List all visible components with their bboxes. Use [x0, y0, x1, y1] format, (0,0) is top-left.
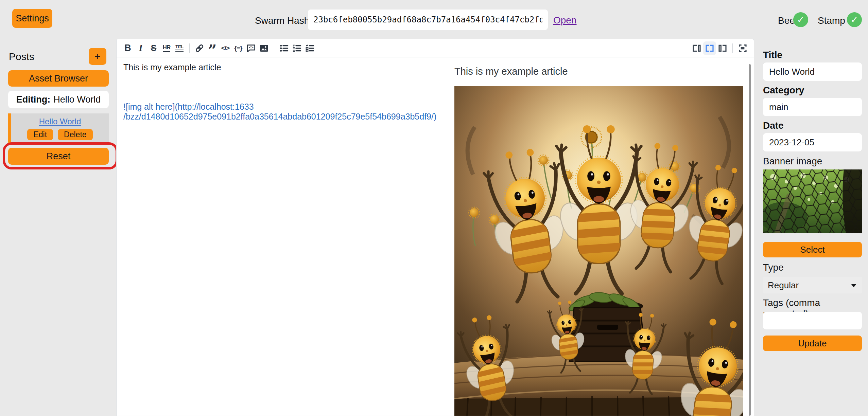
editing-indicator: Editing: Hello World [8, 91, 109, 108]
reset-button[interactable]: Reset [8, 148, 109, 165]
open-link[interactable]: Open [553, 15, 577, 26]
source-line-blank [123, 72, 429, 82]
title-input[interactable] [763, 62, 862, 81]
heading-icon[interactable]: TITL [173, 41, 186, 55]
tags-input[interactable] [763, 312, 862, 329]
posts-heading: Posts [9, 51, 34, 62]
edit-post-button[interactable]: Edit [27, 129, 53, 140]
comment-code-icon[interactable]: <> [245, 41, 258, 55]
type-select[interactable]: Regular [763, 277, 862, 293]
markdown-editor: B I S HR TITL ” </> {=} <> [116, 39, 754, 416]
add-post-button[interactable]: + [89, 48, 106, 65]
post-list-item: Hello World Edit Delete [8, 113, 109, 143]
source-image-markdown-line: /bzz/d1480d10652d975e091b2ffa0a35614abda… [123, 112, 429, 122]
post-title-link[interactable]: Hello World [39, 117, 81, 126]
category-label: Category [763, 85, 804, 96]
app-root: Settings Swarm Hash Open Bee ✓ Stamp ✓ P… [0, 0, 868, 416]
preview-paragraph: This is my example article [454, 66, 754, 77]
editor-toolbar: B I S HR TITL ” </> {=} <> [117, 39, 754, 57]
delete-post-button[interactable]: Delete [58, 129, 92, 140]
banner-image-label: Banner image [763, 156, 822, 167]
settings-button[interactable]: Settings [12, 9, 52, 28]
editor-only-view-icon[interactable] [690, 41, 703, 55]
asset-browser-button[interactable]: Asset Browser [8, 70, 109, 87]
editing-title: Hello World [53, 94, 101, 105]
select-banner-button[interactable]: Select [763, 242, 862, 257]
horizontal-rule-icon[interactable]: HR [160, 41, 173, 55]
type-label: Type [763, 262, 784, 273]
italic-icon[interactable]: I [134, 41, 147, 55]
source-line: This is my example article [123, 62, 429, 72]
svg-text:<>: <> [249, 45, 254, 50]
title-label: Title [763, 50, 782, 60]
source-image-markdown-line: ![img alt here](http://localhost:1633 [123, 102, 429, 112]
editing-prefix: Editing: [16, 94, 50, 105]
inline-code-icon[interactable]: </> [219, 41, 232, 55]
toolbar-separator [189, 43, 190, 53]
markdown-source-editor[interactable]: This is my example article ![img alt her… [117, 58, 436, 416]
strikethrough-icon[interactable]: S [147, 41, 160, 55]
source-line-blank [123, 92, 429, 102]
toolbar-separator [732, 43, 733, 53]
preview-scrollbar[interactable] [749, 64, 751, 416]
date-label: Date [763, 120, 784, 131]
toolbar-separator [274, 43, 274, 53]
category-input[interactable] [763, 98, 862, 116]
type-select-wrapper: Regular [763, 277, 862, 293]
bold-icon[interactable]: B [121, 41, 134, 55]
swarm-hash-label: Swarm Hash [255, 15, 309, 26]
update-button[interactable]: Update [763, 336, 862, 351]
post-properties-panel: Title Category Date Banner image [763, 0, 862, 416]
editor-view-controls [690, 41, 749, 55]
date-input[interactable] [763, 133, 862, 151]
post-item-actions: Edit Delete [27, 129, 92, 140]
dancing-bees-artwork-image [454, 86, 743, 416]
banner-image-thumbnail [763, 169, 862, 233]
ordered-list-icon[interactable] [291, 41, 303, 55]
preview-only-view-icon[interactable] [716, 41, 729, 55]
quote-icon[interactable]: ” [206, 41, 219, 55]
swarm-hash-input[interactable] [308, 10, 548, 30]
link-icon[interactable] [193, 41, 206, 55]
task-list-icon[interactable] [303, 41, 316, 55]
unordered-list-icon[interactable] [278, 41, 291, 55]
markdown-preview: This is my example article [436, 58, 754, 416]
fullscreen-icon[interactable] [736, 41, 749, 55]
code-block-icon[interactable]: {=} [232, 41, 245, 55]
source-line-blank [123, 82, 429, 92]
split-view-icon[interactable] [703, 41, 716, 55]
image-icon[interactable] [258, 41, 271, 55]
